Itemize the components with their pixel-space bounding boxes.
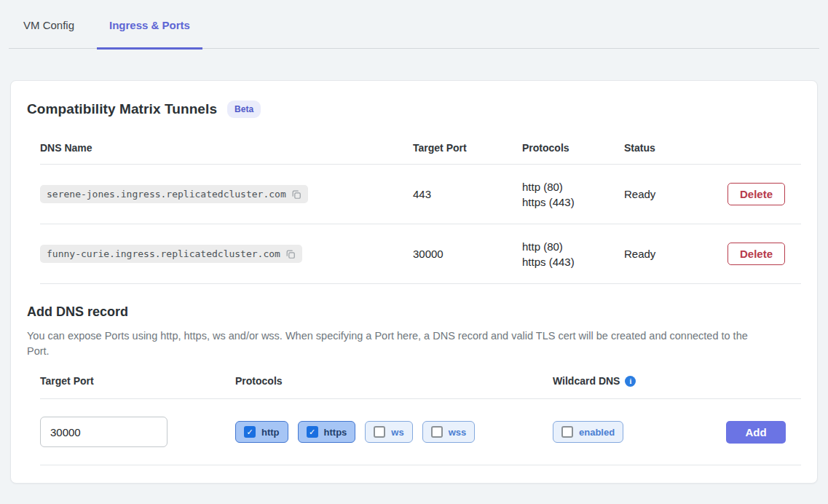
wildcard-enabled-label: enabled (579, 427, 615, 438)
add-dns-description: You can expose Ports using http, https, … (27, 328, 762, 359)
protocol-label: ws (391, 427, 403, 438)
copy-icon[interactable] (285, 249, 296, 259)
tunnels-table: DNS Name Target Port Protocols Status se… (40, 132, 801, 284)
form-labels-row: Target Port Protocols Wildcard DNS i (40, 359, 801, 399)
checkbox-icon (307, 426, 318, 438)
cell-status: Ready (624, 248, 711, 260)
dns-name-pill: serene-jones.ingress.replicatedcluster.c… (40, 185, 308, 203)
checkbox-icon (374, 426, 385, 438)
protocol-checkbox[interactable]: https (298, 421, 356, 443)
beta-badge: Beta (227, 101, 261, 118)
wildcard-enabled-checkbox[interactable]: enabled (553, 421, 623, 443)
add-dns-heading: Add DNS record (27, 304, 801, 320)
card-title-row: Compatibility Matrix Tunnels Beta (27, 98, 801, 120)
protocol-line: https (443) (522, 254, 624, 269)
card-title: Compatibility Matrix Tunnels (27, 101, 217, 117)
column-header-dns-name: DNS Name (40, 142, 413, 154)
cell-protocols: http (80)https (443) (522, 179, 624, 210)
protocol-line: https (443) (522, 194, 624, 210)
column-header-target-port: Target Port (413, 142, 522, 154)
copy-icon[interactable] (291, 189, 301, 200)
form-controls-row: http https ws wss enabled Add (40, 399, 801, 465)
tab-bar: VM Config Ingress & Ports (9, 0, 819, 49)
table-body: serene-jones.ingress.replicatedcluster.c… (40, 165, 801, 284)
table-row: serene-jones.ingress.replicatedcluster.c… (40, 165, 801, 224)
checkbox-icon (561, 426, 573, 438)
compatibility-matrix-card: Compatibility Matrix Tunnels Beta DNS Na… (10, 80, 818, 484)
cell-target-port: 30000 (413, 248, 522, 260)
column-header-status: Status (624, 142, 711, 154)
protocol-line: http (80) (522, 239, 624, 254)
label-target-port: Target Port (40, 375, 235, 387)
protocol-label: wss (449, 427, 467, 438)
column-header-protocols: Protocols (522, 142, 624, 154)
tab-vm-config[interactable]: VM Config (11, 0, 87, 48)
delete-button[interactable]: Delete (728, 243, 785, 265)
dns-name-text: serene-jones.ingress.replicatedcluster.c… (47, 189, 286, 200)
dns-name-pill: funny-curie.ingress.replicatedcluster.co… (40, 245, 302, 263)
info-icon[interactable]: i (625, 376, 636, 387)
protocol-checkbox[interactable]: ws (365, 421, 412, 443)
protocol-options: http https ws wss (235, 421, 553, 443)
protocol-checkbox[interactable]: http (235, 421, 288, 443)
add-button[interactable]: Add (726, 421, 786, 444)
cell-target-port: 443 (413, 188, 522, 200)
card-footer (27, 465, 801, 483)
target-port-input[interactable] (40, 417, 167, 447)
checkbox-icon (431, 426, 443, 438)
table-header-row: DNS Name Target Port Protocols Status (40, 132, 801, 165)
dns-name-text: funny-curie.ingress.replicatedcluster.co… (47, 248, 280, 259)
checkbox-icon (244, 426, 256, 438)
wildcard-dns-label-text: Wildcard DNS (553, 375, 620, 387)
table-row: funny-curie.ingress.replicatedcluster.co… (40, 224, 801, 284)
protocol-label: https (324, 427, 347, 438)
protocol-label: http (261, 427, 280, 438)
cell-protocols: http (80)https (443) (522, 239, 624, 269)
delete-button[interactable]: Delete (728, 183, 785, 205)
cell-status: Ready (624, 188, 711, 200)
label-wildcard-dns: Wildcard DNS i (553, 375, 726, 387)
label-protocols: Protocols (235, 375, 553, 387)
protocol-line: http (80) (522, 179, 624, 194)
protocol-checkbox[interactable]: wss (422, 421, 476, 443)
tab-ingress-ports[interactable]: Ingress & Ports (97, 0, 202, 48)
